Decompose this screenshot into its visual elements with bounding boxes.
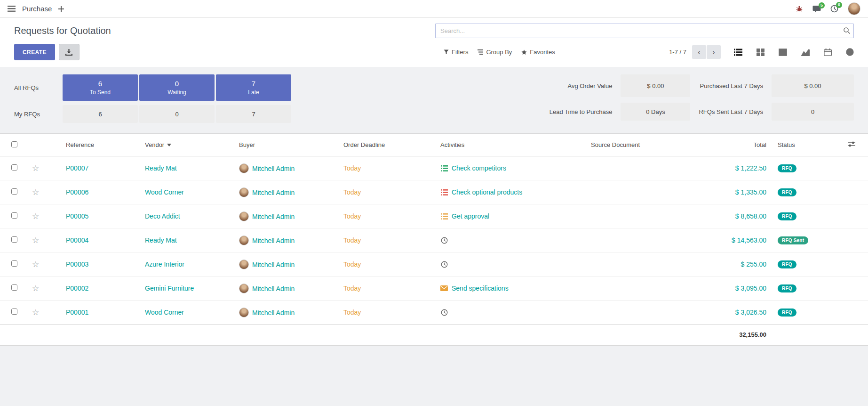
search-icon[interactable] (843, 27, 851, 34)
row-reference[interactable]: P00003 (66, 260, 88, 268)
row-reference[interactable]: P00001 (66, 309, 88, 316)
row-vendor[interactable]: Azure Interior (145, 260, 184, 268)
row-checkbox[interactable] (11, 309, 17, 315)
list-view-icon[interactable] (734, 49, 742, 56)
graph-view-icon[interactable] (801, 49, 810, 56)
row-reference[interactable]: P00006 (66, 188, 88, 196)
activity-summary[interactable]: Send specifications (452, 284, 509, 292)
row-checkbox[interactable] (11, 284, 17, 291)
activity-type-icon[interactable] (440, 261, 448, 268)
activity-summary[interactable]: Check optional products (452, 188, 522, 196)
column-total[interactable]: Total (701, 134, 774, 156)
row-reference[interactable]: P00004 (66, 236, 88, 244)
group-by-button[interactable]: Group By (473, 46, 517, 58)
row-vendor[interactable]: Ready Mat (145, 236, 177, 244)
row-buyer[interactable]: Mitchell Admin (252, 261, 295, 268)
optional-columns-icon[interactable] (835, 134, 868, 156)
row-buyer[interactable]: Mitchell Admin (252, 189, 295, 196)
favorite-star-icon[interactable]: ☆ (32, 308, 39, 317)
column-order-deadline[interactable]: Order Deadline (340, 134, 437, 156)
column-buyer[interactable]: Buyer (235, 134, 340, 156)
activity-summary[interactable]: Check competitors (452, 164, 506, 172)
favorite-star-icon[interactable]: ☆ (32, 236, 39, 245)
activity-type-icon[interactable] (440, 285, 448, 291)
pager-next-button[interactable]: › (707, 45, 721, 59)
tile-late[interactable]: 7 Late (216, 74, 291, 101)
favorite-star-icon[interactable]: ☆ (32, 284, 39, 293)
favorite-star-icon[interactable]: ☆ (32, 188, 39, 197)
row-buyer[interactable]: Mitchell Admin (252, 213, 295, 220)
search-input[interactable] (435, 24, 854, 38)
messages-badge: 5 (819, 2, 825, 8)
row-total: $ 8,658.00 (735, 212, 766, 220)
row-reference[interactable]: P00007 (66, 164, 88, 172)
messages-icon[interactable]: 5 (812, 5, 821, 13)
avg-order-value[interactable]: $ 0.00 (621, 74, 690, 97)
pivot-view-icon[interactable] (779, 49, 787, 56)
purchased-last-7-days[interactable]: $ 0.00 (772, 74, 854, 97)
favorite-star-icon[interactable]: ☆ (32, 260, 39, 269)
activity-type-icon[interactable] (440, 237, 448, 244)
table-row[interactable]: ☆ P00007 Ready Mat Mitchell Admin Today … (0, 156, 868, 180)
row-buyer[interactable]: Mitchell Admin (252, 165, 295, 172)
create-button[interactable]: CREATE (14, 44, 55, 60)
filters-button[interactable]: Filters (439, 46, 473, 58)
row-vendor[interactable]: Gemini Furniture (145, 284, 194, 292)
favorite-star-icon[interactable]: ☆ (32, 164, 39, 173)
pager-previous-button[interactable]: ‹ (692, 45, 706, 59)
activity-view-icon[interactable] (846, 48, 854, 56)
row-reference[interactable]: P00005 (66, 212, 88, 220)
row-checkbox[interactable] (11, 188, 17, 195)
favorite-star-icon[interactable]: ☆ (32, 212, 39, 221)
activity-summary[interactable]: Get approval (452, 212, 489, 220)
row-vendor[interactable]: Wood Corner (145, 309, 184, 316)
rfqs-sent-last-7-days[interactable]: 0 (772, 103, 854, 121)
column-status[interactable]: Status (774, 134, 835, 156)
row-reference[interactable]: P00002 (66, 284, 88, 292)
column-reference[interactable]: Reference (52, 134, 141, 156)
table-row[interactable]: ☆ P00002 Gemini Furniture Mitchell Admin… (0, 276, 868, 300)
table-row[interactable]: ☆ P00004 Ready Mat Mitchell Admin Today … (0, 228, 868, 252)
column-source-document[interactable]: Source Document (587, 134, 701, 156)
my-to-send-count[interactable]: 6 (63, 105, 138, 123)
my-late-count[interactable]: 7 (216, 105, 291, 123)
select-all-checkbox[interactable] (11, 141, 17, 147)
calendar-view-icon[interactable] (824, 49, 832, 56)
kanban-view-icon[interactable] (757, 49, 764, 56)
row-checkbox[interactable] (11, 164, 17, 171)
column-activities[interactable]: Activities (437, 134, 587, 156)
user-avatar[interactable] (848, 2, 860, 15)
activity-type-icon[interactable] (440, 309, 448, 316)
rfq-table-body: ☆ P00007 Ready Mat Mitchell Admin Today … (0, 156, 868, 325)
my-waiting-count[interactable]: 0 (139, 105, 215, 123)
activity-type-icon[interactable] (440, 189, 448, 195)
lead-time-to-purchase[interactable]: 0 Days (621, 103, 690, 121)
row-vendor[interactable]: Ready Mat (145, 164, 177, 172)
row-buyer[interactable]: Mitchell Admin (252, 285, 295, 292)
activity-type-icon[interactable] (440, 165, 448, 171)
table-row[interactable]: ☆ P00001 Wood Corner Mitchell Admin Toda… (0, 300, 868, 325)
row-buyer[interactable]: Mitchell Admin (252, 237, 295, 244)
favorites-button[interactable]: Favorites (517, 46, 559, 58)
row-buyer[interactable]: Mitchell Admin (252, 309, 295, 317)
tile-waiting[interactable]: 0 Waiting (139, 74, 215, 101)
new-tab-plus-icon[interactable] (58, 6, 64, 12)
row-checkbox[interactable] (11, 236, 17, 243)
row-checkbox[interactable] (11, 212, 17, 219)
row-checkbox[interactable] (11, 260, 17, 267)
buyer-avatar (239, 163, 249, 173)
activities-clock-icon[interactable]: 0 (830, 5, 838, 13)
table-row[interactable]: ☆ P00006 Wood Corner Mitchell Admin Toda… (0, 180, 868, 204)
row-vendor[interactable]: Deco Addict (145, 212, 180, 220)
row-source (587, 276, 701, 300)
tile-to-send[interactable]: 6 To Send (63, 74, 138, 101)
table-row[interactable]: ☆ P00003 Azure Interior Mitchell Admin T… (0, 252, 868, 276)
apps-menu-icon[interactable] (8, 6, 16, 12)
export-button[interactable] (59, 44, 80, 60)
debug-bug-icon[interactable] (796, 5, 803, 13)
app-name[interactable]: Purchase (22, 5, 52, 13)
row-vendor[interactable]: Wood Corner (145, 188, 184, 196)
activity-type-icon[interactable] (440, 213, 448, 219)
table-row[interactable]: ☆ P00005 Deco Addict Mitchell Admin Toda… (0, 204, 868, 228)
column-vendor[interactable]: Vendor (141, 134, 235, 156)
